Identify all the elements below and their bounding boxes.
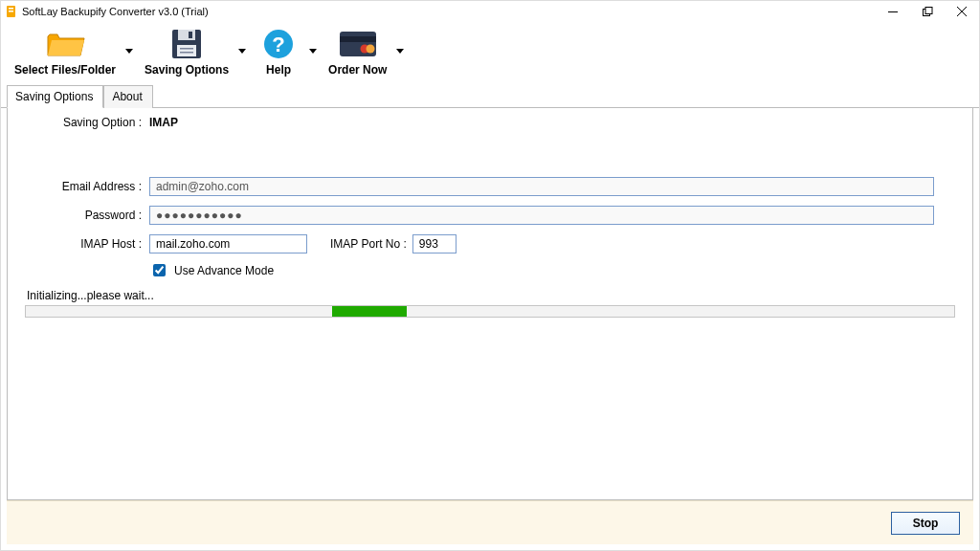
chevron-down-icon: [309, 49, 317, 54]
password-field[interactable]: ●●●●●●●●●●●: [149, 206, 934, 225]
password-label: Password :: [25, 209, 149, 222]
credit-card-icon: [337, 26, 379, 62]
help-label: Help: [266, 63, 291, 77]
saving-options-dropdown[interactable]: [236, 33, 248, 71]
toolbar-group-help: ? Help: [250, 24, 321, 78]
stop-button[interactable]: Stop: [891, 512, 960, 535]
title-bar-left: SoftLay Backupify Converter v3.0 (Trial): [5, 5, 209, 18]
minimize-icon: [888, 7, 898, 16]
chevron-down-icon: [396, 49, 404, 54]
window-title: SoftLay Backupify Converter v3.0 (Trial): [22, 6, 209, 17]
progress-bar: [25, 305, 955, 318]
main-toolbar: Select Files/Folder Saving Options: [1, 22, 979, 82]
password-row: Password : ●●●●●●●●●●●: [25, 206, 955, 225]
saving-options-label: Saving Options: [145, 63, 229, 77]
help-button[interactable]: ? Help: [250, 24, 307, 78]
saving-options-button[interactable]: Saving Options: [137, 24, 236, 78]
svg-rect-5: [925, 7, 932, 13]
help-dropdown[interactable]: [307, 33, 319, 71]
minimize-button[interactable]: [876, 1, 910, 22]
select-files-button[interactable]: Select Files/Folder: [7, 24, 123, 78]
toolbar-group-select: Select Files/Folder: [7, 24, 137, 78]
select-files-label: Select Files/Folder: [14, 63, 116, 77]
chevron-down-icon: [125, 49, 133, 54]
floppy-icon: [166, 26, 208, 62]
content-panel: Saving Option : IMAP Email Address : Pas…: [7, 108, 973, 500]
order-now-dropdown[interactable]: [394, 33, 406, 71]
tab-bar: Saving Options About: [1, 84, 979, 108]
port-label: IMAP Port No :: [330, 237, 407, 251]
svg-rect-11: [177, 45, 196, 56]
email-field[interactable]: [149, 177, 934, 196]
svg-point-19: [366, 45, 374, 54]
svg-text:?: ?: [272, 33, 284, 56]
svg-rect-3: [888, 11, 898, 12]
title-bar: SoftLay Backupify Converter v3.0 (Trial): [1, 1, 979, 22]
folder-icon: [44, 26, 86, 62]
svg-rect-10: [189, 32, 192, 38]
footer-bar: Stop: [7, 500, 973, 544]
advance-mode-checkbox[interactable]: [153, 264, 166, 276]
order-now-button[interactable]: Order Now: [321, 24, 394, 78]
saving-option-value: IMAP: [149, 116, 178, 129]
maximize-icon: [923, 7, 933, 17]
svg-rect-17: [340, 36, 376, 42]
window-controls: [876, 1, 979, 22]
svg-rect-13: [180, 52, 193, 54]
svg-rect-1: [9, 8, 13, 10]
help-icon: ?: [257, 26, 300, 62]
email-label: Email Address :: [25, 180, 149, 193]
imap-port-field[interactable]: [412, 234, 457, 253]
tab-about[interactable]: About: [103, 85, 152, 108]
svg-rect-2: [9, 11, 13, 12]
imap-host-field[interactable]: [149, 234, 307, 253]
svg-rect-9: [178, 30, 195, 40]
host-port-row: IMAP Host : IMAP Port No :: [25, 234, 955, 253]
toolbar-group-saving: Saving Options: [137, 24, 250, 78]
host-label: IMAP Host :: [25, 237, 149, 251]
progress-fill: [332, 306, 407, 317]
advance-mode-label: Use Advance Mode: [174, 264, 274, 277]
select-files-dropdown[interactable]: [123, 33, 135, 71]
saving-option-label: Saving Option :: [25, 116, 149, 129]
advance-mode-row: Use Advance Mode: [149, 261, 955, 279]
close-icon: [957, 7, 967, 16]
status-text: Initializing...please wait...: [27, 289, 955, 302]
app-icon: [5, 5, 18, 18]
app-window: SoftLay Backupify Converter v3.0 (Trial): [0, 0, 980, 551]
order-now-label: Order Now: [328, 63, 387, 77]
close-button[interactable]: [945, 1, 979, 22]
tab-saving-options[interactable]: Saving Options: [7, 85, 103, 108]
svg-rect-12: [180, 48, 193, 50]
email-row: Email Address :: [25, 177, 955, 196]
maximize-button[interactable]: [910, 1, 945, 22]
saving-option-row: Saving Option : IMAP: [25, 116, 955, 129]
chevron-down-icon: [238, 49, 246, 54]
toolbar-group-order: Order Now: [321, 24, 408, 78]
